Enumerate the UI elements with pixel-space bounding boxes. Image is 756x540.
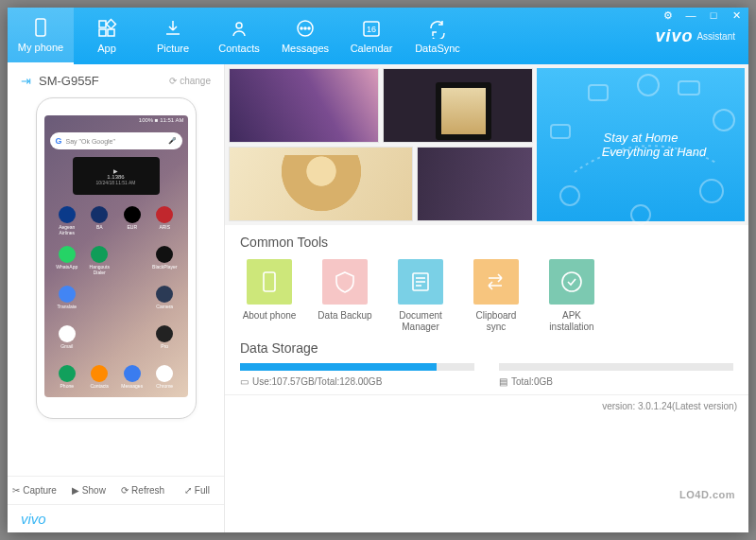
google-search-bar: GSay "Ok Google"🎤 (50, 132, 182, 149)
svg-point-17 (638, 75, 659, 96)
calendar-icon: 16 (361, 18, 382, 39)
status-footer: version: 3.0.1.24(Latest version) (225, 394, 748, 417)
vivo-logo: vivo (8, 504, 224, 532)
svg-rect-15 (551, 125, 570, 138)
svg-rect-20 (264, 272, 275, 291)
capture-button[interactable]: ✂Capture (8, 477, 61, 504)
svg-point-13 (631, 205, 650, 224)
contacts-icon (229, 18, 249, 39)
sidebar-actions: ✂Capture ▶Show ⟳Refresh ⤢Full (8, 476, 224, 504)
nav-label: Calendar (351, 43, 393, 54)
common-tools-section: Common Tools About phoneData BackupDocum… (225, 225, 748, 337)
nav-app[interactable]: App (74, 8, 140, 64)
svg-point-14 (700, 180, 723, 202)
change-device-link[interactable]: ⟳ change (169, 76, 211, 86)
tool-apk-installation[interactable]: APK installation (542, 259, 601, 333)
gallery-tile[interactable] (417, 147, 533, 221)
phone-preview-wrap: 100% ■ 11:51 AM GSay "Ok Google"🎤 ▶ 1.13… (8, 94, 224, 476)
gallery-tile[interactable] (229, 147, 413, 221)
promo-icons-ring (537, 68, 745, 229)
external-storage: ▤Total:0GB (499, 363, 733, 387)
svg-point-19 (713, 110, 734, 131)
svg-point-5 (236, 23, 242, 28)
messages-icon (295, 18, 316, 39)
nav-label: Picture (157, 43, 189, 54)
nav-picture[interactable]: Picture (140, 8, 206, 64)
nav-contacts[interactable]: Contacts (206, 8, 272, 64)
sync-icon (427, 18, 448, 39)
apps-icon (96, 18, 117, 39)
fullscreen-button[interactable]: ⤢Full (170, 477, 224, 504)
refresh-button[interactable]: ⟳Refresh (116, 477, 170, 504)
brand-logo: vivoAssistant (655, 8, 735, 64)
nav-datasync[interactable]: DataSync (404, 8, 471, 64)
nav-messages[interactable]: Messages (272, 8, 338, 64)
svg-point-7 (301, 27, 302, 29)
nav-calendar[interactable]: 16 Calendar (338, 8, 404, 64)
storage-bar (499, 363, 733, 371)
app-window: ⚙ — □ ✕ My phone App Picture Contacts Me… (8, 8, 748, 532)
svg-rect-3 (99, 29, 106, 36)
nav-label: App (97, 43, 116, 54)
tool-data-backup[interactable]: Data Backup (316, 259, 374, 333)
svg-rect-1 (99, 21, 106, 27)
svg-point-25 (562, 272, 581, 291)
nav-label: DataSync (415, 43, 460, 54)
section-title: Data Storage (240, 340, 733, 356)
phone-frame: 100% ■ 11:51 AM GSay "Ok Google"🎤 ▶ 1.13… (36, 97, 197, 419)
phone-icon (30, 17, 51, 38)
svg-point-12 (560, 186, 579, 205)
tool-clipboard-sync[interactable]: Clipboard sync (467, 259, 525, 333)
svg-rect-0 (36, 19, 45, 36)
gallery-row: Stay at Home Everything at Hand (225, 64, 748, 225)
main-panel: Stay at Home Everything at Hand Common T… (225, 64, 748, 532)
svg-rect-4 (108, 29, 114, 36)
device-name: SM-G955F (39, 74, 99, 88)
gallery-tile[interactable] (229, 68, 379, 143)
storage-label: Total:0GB (511, 376, 553, 387)
nav-label: Messages (282, 43, 329, 54)
usb-icon: ⇥ (21, 74, 31, 88)
device-sidebar: ⇥ SM-G955F ⟳ change 100% ■ 11:51 AM GSay… (8, 64, 225, 532)
svg-text:16: 16 (367, 25, 376, 34)
nav-label: My phone (18, 42, 63, 53)
nav-my-phone[interactable]: My phone (8, 8, 74, 64)
home-widget: ▶ 1.1386 10/24/18 11:51 AM (73, 157, 160, 195)
tool-about-phone[interactable]: About phone (240, 259, 299, 333)
svg-point-9 (308, 27, 310, 29)
device-header: ⇥ SM-G955F ⟳ change (8, 64, 224, 94)
internal-storage: ▭Use:107.57GB/Total:128.00GB (240, 363, 474, 387)
promo-banner[interactable]: Stay at Home Everything at Hand (537, 68, 745, 221)
phone-status-bar: 100% ■ 11:51 AM (139, 117, 184, 123)
section-title: Common Tools (240, 235, 733, 250)
top-navbar: ⚙ — □ ✕ My phone App Picture Contacts Me… (8, 8, 748, 64)
sd-icon: ▤ (499, 376, 507, 387)
watermark: LO4D.com (679, 489, 735, 500)
tools-row: About phoneData BackupDocument ManagerCl… (240, 259, 733, 333)
storage-bar (240, 363, 474, 371)
svg-rect-2 (107, 20, 116, 29)
main-body: ⇥ SM-G955F ⟳ change 100% ■ 11:51 AM GSay… (8, 64, 748, 532)
gallery-tile[interactable] (383, 68, 533, 143)
version-text: version: 3.0.1.24(Latest version) (602, 401, 737, 411)
svg-point-8 (304, 27, 306, 29)
download-icon (163, 18, 183, 39)
home-apps-grid: Aegean AirlinesBAEURARISWhatsAppHangouts… (52, 206, 180, 390)
svg-rect-18 (679, 81, 699, 95)
tool-document-manager[interactable]: Document Manager (391, 259, 450, 333)
show-button[interactable]: ▶Show (61, 477, 115, 504)
svg-rect-16 (589, 85, 608, 100)
data-storage-section: Data Storage ▭Use:107.57GB/Total:128.00G… (225, 337, 748, 394)
phone-screen[interactable]: 100% ■ 11:51 AM GSay "Ok Google"🎤 ▶ 1.13… (44, 115, 188, 397)
nav-label: Contacts (218, 43, 259, 54)
storage-label: Use:107.57GB/Total:128.00GB (252, 376, 382, 387)
disk-icon: ▭ (240, 376, 249, 387)
